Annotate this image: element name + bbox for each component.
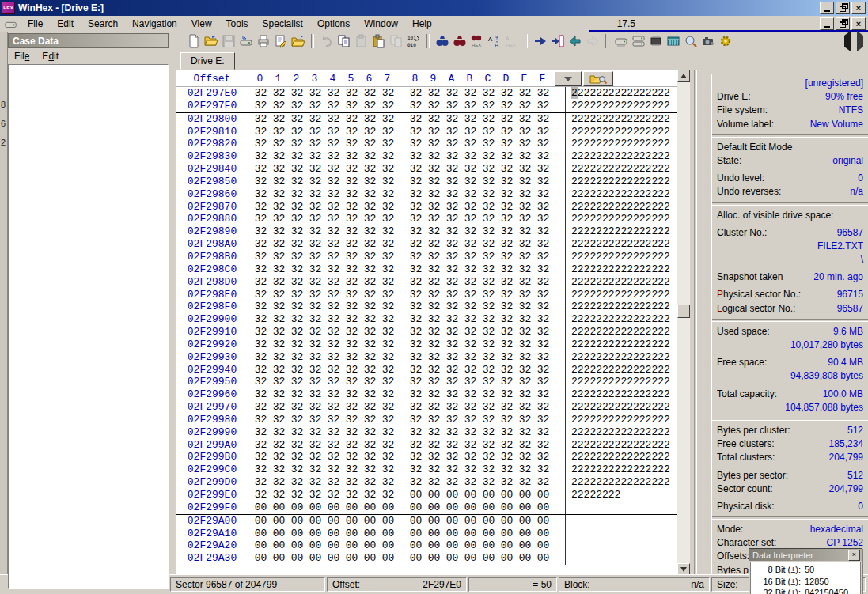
- case-menu-item-edit[interactable]: Edit: [36, 49, 65, 63]
- hex-byte[interactable]: 32: [443, 238, 461, 251]
- hex-byte[interactable]: 32: [288, 276, 306, 289]
- hex-byte[interactable]: 32: [270, 225, 288, 238]
- hex-byte[interactable]: 32: [306, 364, 324, 376]
- hex-byte[interactable]: 32: [361, 188, 379, 201]
- hex-byte[interactable]: 32: [534, 451, 552, 463]
- ascii-cell[interactable]: [565, 528, 677, 540]
- hex-byte[interactable]: 32: [425, 150, 443, 163]
- ascii-cell[interactable]: 2222222222222222: [565, 326, 677, 339]
- close-button[interactable]: ×: [851, 2, 866, 14]
- hex-byte[interactable]: 32: [270, 476, 288, 489]
- hex-byte[interactable]: 00: [288, 528, 306, 540]
- hex-byte[interactable]: 32: [498, 301, 516, 313]
- ascii-cell[interactable]: 2222222222222222: [565, 388, 677, 401]
- hex-byte[interactable]: 32: [479, 476, 498, 489]
- hex-byte[interactable]: 32: [361, 351, 379, 364]
- hex-byte[interactable]: 32: [288, 87, 306, 100]
- hex-byte[interactable]: 32: [443, 113, 461, 126]
- hex-byte[interactable]: 32: [270, 401, 288, 414]
- hex-byte[interactable]: 32: [534, 225, 552, 238]
- hex-byte[interactable]: 32: [534, 326, 552, 339]
- hex-byte[interactable]: 32: [288, 238, 306, 251]
- hex-byte[interactable]: 32: [270, 263, 288, 276]
- hex-byte[interactable]: 32: [288, 126, 306, 138]
- hex-byte[interactable]: 32: [479, 439, 498, 452]
- menu-item-specialist[interactable]: Specialist: [256, 17, 310, 31]
- hex-byte[interactable]: 32: [443, 176, 461, 188]
- ascii-cell[interactable]: 2222222222222222: [565, 301, 677, 313]
- hex-byte[interactable]: 32: [343, 276, 361, 289]
- hex-byte[interactable]: 32: [324, 388, 343, 401]
- hex-byte[interactable]: 32: [498, 401, 516, 414]
- hex-byte[interactable]: 32: [534, 313, 552, 326]
- hex-byte[interactable]: 32: [479, 138, 498, 150]
- hex-byte[interactable]: 32: [479, 364, 498, 376]
- hex-byte[interactable]: 32: [324, 213, 343, 225]
- hex-byte[interactable]: 32: [379, 176, 397, 188]
- hex-byte[interactable]: 32: [479, 313, 498, 326]
- hex-byte[interactable]: 32: [343, 126, 361, 138]
- hex-byte[interactable]: 32: [425, 451, 443, 463]
- hex-byte[interactable]: 32: [361, 489, 379, 501]
- ascii-cell[interactable]: 2222222222222222: [565, 113, 677, 126]
- hex-byte[interactable]: 32: [461, 351, 479, 364]
- hex-byte[interactable]: 32: [252, 213, 270, 225]
- hex-byte[interactable]: 32: [516, 376, 534, 388]
- hex-byte[interactable]: 00: [361, 552, 379, 565]
- hex-byte[interactable]: 32: [534, 401, 552, 414]
- new-file-button[interactable]: [185, 32, 203, 50]
- hex-byte[interactable]: 32: [288, 138, 306, 150]
- hex-byte[interactable]: 32: [270, 276, 288, 289]
- hex-byte[interactable]: 32: [479, 213, 498, 225]
- hex-byte[interactable]: 32: [498, 163, 516, 176]
- hex-byte[interactable]: 32: [252, 401, 270, 414]
- hex-byte[interactable]: 32: [343, 100, 361, 112]
- hex-byte[interactable]: 32: [461, 150, 479, 163]
- ascii-cell[interactable]: 2222222222222222: [565, 100, 677, 112]
- hex-byte[interactable]: 32: [534, 87, 552, 100]
- hex-byte[interactable]: 32: [270, 489, 288, 501]
- ascii-cell[interactable]: 2222222222222222: [565, 276, 677, 289]
- hex-byte[interactable]: 32: [407, 113, 425, 126]
- hex-byte[interactable]: 32: [306, 188, 324, 201]
- hex-byte[interactable]: 32: [288, 100, 306, 112]
- hex-byte[interactable]: 00: [443, 501, 461, 514]
- hex-byte[interactable]: 32: [379, 451, 397, 463]
- hex-byte[interactable]: 32: [324, 176, 343, 188]
- hex-byte[interactable]: 32: [425, 426, 443, 439]
- hex-byte[interactable]: 32: [443, 364, 461, 376]
- hex-byte[interactable]: 32: [425, 176, 443, 188]
- hex-byte[interactable]: 00: [479, 515, 498, 528]
- hex-byte[interactable]: 32: [498, 201, 516, 214]
- hex-byte[interactable]: 32: [270, 201, 288, 214]
- hex-byte[interactable]: 32: [324, 401, 343, 414]
- hex-byte[interactable]: 00: [461, 515, 479, 528]
- ascii-cell[interactable]: 2222222222222222: [565, 87, 677, 100]
- hex-byte[interactable]: 32: [324, 251, 343, 263]
- hex-byte[interactable]: 00: [534, 489, 552, 501]
- ascii-cell[interactable]: 2222222222222222: [565, 426, 677, 439]
- hex-byte[interactable]: 32: [407, 301, 425, 313]
- hex-byte[interactable]: 32: [534, 176, 552, 188]
- hex-byte[interactable]: 00: [361, 528, 379, 540]
- options-button[interactable]: [717, 32, 734, 50]
- hex-byte[interactable]: 00: [306, 501, 324, 514]
- hex-byte[interactable]: 32: [516, 188, 534, 201]
- hex-byte[interactable]: 32: [534, 439, 552, 452]
- hex-byte[interactable]: 32: [443, 251, 461, 263]
- hex-byte[interactable]: 00: [443, 528, 461, 540]
- ascii-cell[interactable]: [565, 501, 677, 514]
- hex-byte[interactable]: 32: [425, 351, 443, 364]
- hex-byte[interactable]: 00: [516, 501, 534, 514]
- hex-byte[interactable]: 32: [516, 301, 534, 313]
- hex-byte[interactable]: 32: [306, 351, 324, 364]
- hex-byte[interactable]: 32: [498, 351, 516, 364]
- hex-byte[interactable]: 32: [461, 176, 479, 188]
- hex-byte[interactable]: 32: [270, 188, 288, 201]
- hex-byte[interactable]: 32: [252, 351, 270, 364]
- hex-byte[interactable]: 32: [516, 276, 534, 289]
- hex-byte[interactable]: 32: [361, 301, 379, 313]
- hex-byte[interactable]: 32: [443, 87, 461, 100]
- hex-byte[interactable]: 32: [270, 364, 288, 376]
- hex-byte[interactable]: 32: [425, 326, 443, 339]
